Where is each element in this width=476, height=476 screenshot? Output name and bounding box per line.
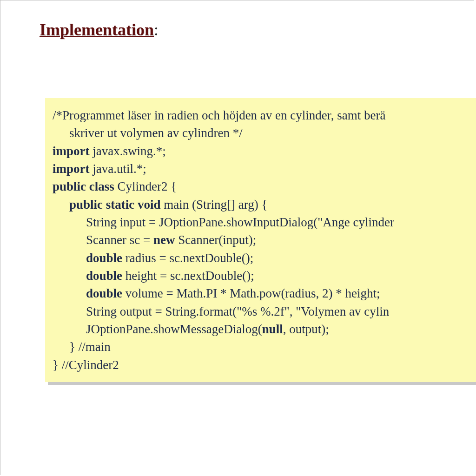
- code-line: Scanner sc = new Scanner(input);: [53, 231, 476, 249]
- code-line: } //main: [53, 338, 476, 356]
- code-text: javax.swing.*;: [93, 144, 165, 158]
- code-keyword: import: [53, 162, 93, 176]
- code-text: Cylinder2 {: [118, 179, 177, 193]
- code-line: double volume = Math.PI * Math.pow(radiu…: [53, 284, 476, 302]
- code-text: java.util.*;: [93, 162, 146, 176]
- code-text: main (String[] arg) {: [164, 198, 267, 212]
- code-keyword: double: [86, 251, 126, 265]
- code-keyword: public class: [53, 179, 118, 193]
- code-line: public class Cylinder2 {: [53, 178, 476, 195]
- code-block-shadow: /*Programmet läser in radien och höjden …: [48, 101, 476, 385]
- code-text: String output = String.format("%s %.2f",…: [86, 304, 389, 318]
- code-line: double radius = sc.nextDouble();: [53, 249, 476, 267]
- slide-page: Implementation: /*Programmet läser in ra…: [0, 0, 474, 475]
- heading-suffix: :: [154, 20, 159, 39]
- code-text: JOptionPane.showMessageDialog(: [86, 322, 262, 336]
- code-keyword: new: [153, 233, 178, 247]
- code-keyword: null: [262, 322, 283, 336]
- code-text: radius = sc.nextDouble();: [126, 251, 253, 265]
- heading-title: Implementation: [40, 20, 154, 39]
- code-keyword: import: [53, 144, 93, 158]
- code-keyword: public static void: [69, 198, 164, 212]
- code-line: double height = sc.nextDouble();: [53, 267, 476, 284]
- code-keyword: double: [86, 269, 126, 283]
- code-line: String output = String.format("%s %.2f",…: [53, 303, 476, 320]
- code-text: skriver ut volymen av cylindren */: [69, 126, 243, 140]
- code-line: } //Cylinder2: [53, 356, 476, 374]
- code-block: /*Programmet läser in radien och höjden …: [45, 98, 476, 382]
- code-text: Scanner sc =: [86, 233, 153, 247]
- code-text: , output);: [283, 322, 329, 336]
- code-keyword: double: [86, 286, 126, 300]
- code-text: /*Programmet läser in radien och höjden …: [53, 108, 385, 122]
- code-line: import javax.swing.*;: [53, 142, 476, 160]
- code-text: String input = JOptionPane.showInputDial…: [86, 215, 394, 229]
- code-text: } //main: [69, 340, 111, 354]
- code-line: /*Programmet läser in radien och höjden …: [53, 106, 476, 124]
- slide-heading: Implementation:: [40, 20, 159, 40]
- code-text: Scanner(input);: [178, 233, 256, 247]
- code-line: JOptionPane.showMessageDialog(null, outp…: [53, 320, 476, 338]
- code-text: height = sc.nextDouble();: [126, 269, 254, 283]
- code-line: skriver ut volymen av cylindren */: [53, 124, 476, 142]
- code-line: String input = JOptionPane.showInputDial…: [53, 213, 476, 231]
- code-line: public static void main (String[] arg) {: [53, 196, 476, 213]
- code-line: import java.util.*;: [53, 160, 476, 178]
- code-text: volume = Math.PI * Math.pow(radius, 2) *…: [126, 286, 380, 300]
- code-text: } //Cylinder2: [53, 358, 119, 372]
